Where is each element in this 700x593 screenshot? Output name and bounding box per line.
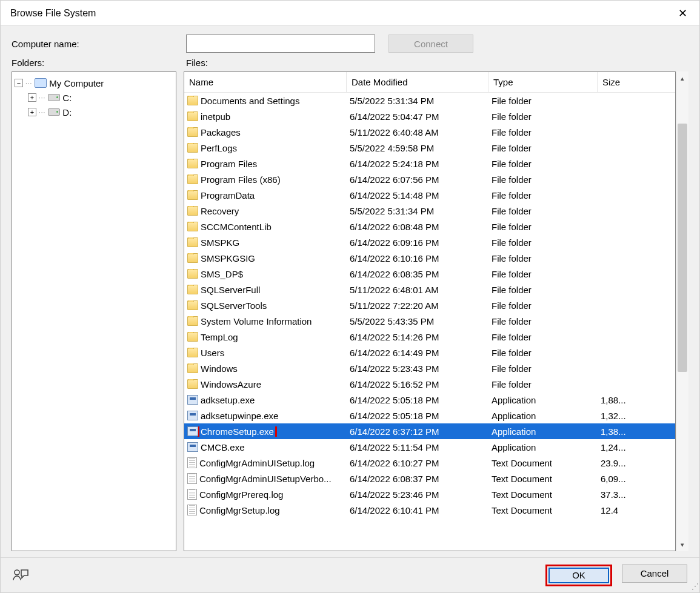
file-row[interactable]: Packages5/11/2022 6:40:48 AMFile folder <box>184 124 675 140</box>
file-date: 6/14/2022 5:11:54 PM <box>347 442 488 452</box>
folder-icon <box>187 127 198 137</box>
file-date: 5/5/2022 5:31:34 PM <box>347 96 488 106</box>
file-row[interactable]: ChromeSetup.exe6/14/2022 6:37:12 PMAppli… <box>184 423 675 439</box>
col-type[interactable]: Type <box>488 72 598 92</box>
file-row[interactable]: SMS_DP$6/14/2022 6:08:35 PMFile folder <box>184 266 675 282</box>
file-date: 6/14/2022 6:09:16 PM <box>347 237 488 248</box>
file-list[interactable]: Documents and Settings5/5/2022 5:31:34 P… <box>184 93 675 551</box>
computer-name-input[interactable] <box>186 35 375 53</box>
file-size: 1,88... <box>598 395 647 405</box>
file-row[interactable]: SMSPKG6/14/2022 6:09:16 PMFile folder <box>184 234 675 250</box>
file-name: System Volume Information <box>201 316 312 326</box>
file-date: 5/11/2022 7:22:20 AM <box>347 300 488 311</box>
file-row[interactable]: SCCMContentLib6/14/2022 6:08:48 PMFile f… <box>184 219 675 234</box>
folder-icon <box>187 379 198 389</box>
file-row[interactable]: Users6/14/2022 6:14:49 PMFile folder <box>184 345 675 360</box>
file-row[interactable]: ConfigMgrSetup.log6/14/2022 6:10:41 PMTe… <box>184 502 675 518</box>
resize-grip-icon[interactable]: ⋰ <box>692 582 698 591</box>
file-date: 5/5/2022 5:31:34 PM <box>347 206 488 216</box>
file-row[interactable]: ConfigMgrAdminUISetup.log6/14/2022 6:10:… <box>184 455 675 471</box>
file-row[interactable]: Program Files6/14/2022 5:24:18 PMFile fo… <box>184 156 675 171</box>
bottom-bar: OK Cancel <box>1 557 699 592</box>
file-type: File folder <box>488 190 598 200</box>
folder-icon <box>187 348 198 357</box>
collapse-icon[interactable]: − <box>15 79 23 87</box>
computer-name-row: Computer name: Connect <box>1 26 699 58</box>
folder-icon <box>187 237 198 247</box>
scroll-down-icon[interactable]: ▾ <box>676 538 688 551</box>
file-row[interactable]: adksetup.exe6/14/2022 5:05:18 PMApplicat… <box>184 392 675 408</box>
file-row[interactable]: SQLServerFull5/11/2022 6:48:01 AMFile fo… <box>184 282 675 297</box>
tree-node-label: D: <box>62 107 72 118</box>
scroll-track[interactable] <box>676 85 688 538</box>
file-row[interactable]: SQLServerTools5/11/2022 7:22:20 AMFile f… <box>184 297 675 313</box>
user-comment-icon <box>13 568 28 583</box>
file-size: 1,32... <box>598 411 647 421</box>
file-row[interactable]: System Volume Information5/5/2022 5:43:3… <box>184 313 675 329</box>
expand-icon[interactable]: + <box>28 93 36 102</box>
file-type: File folder <box>488 285 598 295</box>
col-size[interactable]: Size <box>598 72 647 92</box>
folder-tree[interactable]: − ··· My Computer +···C:+···D: <box>12 71 176 551</box>
drive-icon <box>48 94 60 101</box>
folders-label: Folders: <box>12 58 186 68</box>
file-row[interactable]: Documents and Settings5/5/2022 5:31:34 P… <box>184 93 675 108</box>
file-row[interactable]: ConfigMgrPrereq.log6/14/2022 5:23:46 PMT… <box>184 486 675 502</box>
document-icon <box>187 473 197 484</box>
file-row[interactable]: ProgramData6/14/2022 5:14:48 PMFile fold… <box>184 187 675 203</box>
file-size: 1,38... <box>598 426 647 437</box>
file-type: File folder <box>488 348 598 358</box>
file-row[interactable]: PerfLogs5/5/2022 4:59:58 PMFile folder <box>184 140 675 156</box>
file-row[interactable]: Recovery5/5/2022 5:31:34 PMFile folder <box>184 203 675 219</box>
connect-button[interactable]: Connect <box>388 35 473 53</box>
file-name: inetpub <box>201 111 230 122</box>
file-name: SQLServerTools <box>201 300 267 311</box>
file-row[interactable]: ConfigMgrAdminUISetupVerbo...6/14/2022 6… <box>184 471 675 486</box>
scroll-up-icon[interactable]: ▴ <box>676 71 688 85</box>
file-date: 6/14/2022 5:23:46 PM <box>347 489 488 500</box>
file-row[interactable]: SMSPKGSIG6/14/2022 6:10:16 PMFile folder <box>184 250 675 266</box>
file-row[interactable]: TempLog6/14/2022 5:14:26 PMFile folder <box>184 329 675 345</box>
file-row[interactable]: WindowsAzure6/14/2022 5:16:52 PMFile fol… <box>184 376 675 392</box>
cancel-button[interactable]: Cancel <box>622 565 687 583</box>
tree-node-drive[interactable]: +···C: <box>28 90 173 105</box>
file-date: 6/14/2022 6:10:41 PM <box>347 505 488 515</box>
file-type: Text Document <box>488 505 598 515</box>
scrollbar[interactable]: ▴ ▾ <box>676 71 688 551</box>
file-row[interactable]: Windows6/14/2022 5:23:43 PMFile folder <box>184 360 675 376</box>
file-row[interactable]: adksetupwinpe.exe6/14/2022 5:05:18 PMApp… <box>184 408 675 423</box>
close-icon[interactable]: ✕ <box>674 7 691 20</box>
tree-node-drive[interactable]: +···D: <box>28 105 173 119</box>
application-icon <box>187 395 198 405</box>
file-type: Text Document <box>488 458 598 468</box>
file-row[interactable]: CMCB.exe6/14/2022 5:11:54 PMApplication1… <box>184 439 675 455</box>
file-name: Windows <box>201 363 238 374</box>
file-date: 6/14/2022 6:08:37 PM <box>347 474 488 484</box>
file-type: Application <box>488 426 598 437</box>
scroll-thumb[interactable] <box>678 124 687 372</box>
file-size: 23.9... <box>598 458 647 468</box>
expand-icon[interactable]: + <box>28 108 36 116</box>
file-type: File folder <box>488 300 598 311</box>
tree-node-my-computer[interactable]: − ··· My Computer <box>15 76 173 90</box>
folder-icon <box>187 143 198 153</box>
file-date: 6/14/2022 5:16:52 PM <box>347 379 488 389</box>
file-row[interactable]: Program Files (x86)6/14/2022 6:07:56 PMF… <box>184 171 675 187</box>
file-name: Recovery <box>201 206 239 216</box>
file-type: File folder <box>488 127 598 137</box>
file-name: adksetup.exe <box>201 395 255 405</box>
file-name: Packages <box>201 127 241 137</box>
file-type: File folder <box>488 222 598 232</box>
file-name: ConfigMgrPrereq.log <box>199 489 283 500</box>
file-size: 1,24... <box>598 442 647 452</box>
col-name[interactable]: Name <box>184 72 347 92</box>
file-date: 6/14/2022 5:14:48 PM <box>347 190 488 200</box>
col-date[interactable]: Date Modified <box>347 72 488 92</box>
file-row[interactable]: inetpub6/14/2022 5:04:47 PMFile folder <box>184 108 675 124</box>
file-type: Application <box>488 411 598 421</box>
file-type: File folder <box>488 363 598 374</box>
folder-icon <box>187 190 198 200</box>
ok-button[interactable]: OK <box>548 568 609 583</box>
file-type: Application <box>488 395 598 405</box>
folder-icon <box>187 96 198 105</box>
